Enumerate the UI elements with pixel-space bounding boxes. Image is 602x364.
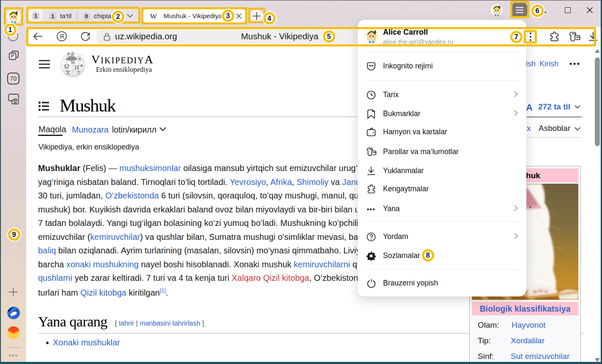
svg-text:文: 文 <box>66 69 71 75</box>
svg-text:7: 7 <box>77 70 80 76</box>
svg-text:Ω: Ω <box>64 63 69 70</box>
svg-text:1: 1 <box>51 13 54 19</box>
svg-text:0: 0 <box>85 13 88 19</box>
svg-text:த: த <box>80 62 83 68</box>
svg-text:Я: Я <box>78 57 81 61</box>
svg-text:1: 1 <box>34 13 37 19</box>
svg-text:Я: Я <box>60 33 64 40</box>
